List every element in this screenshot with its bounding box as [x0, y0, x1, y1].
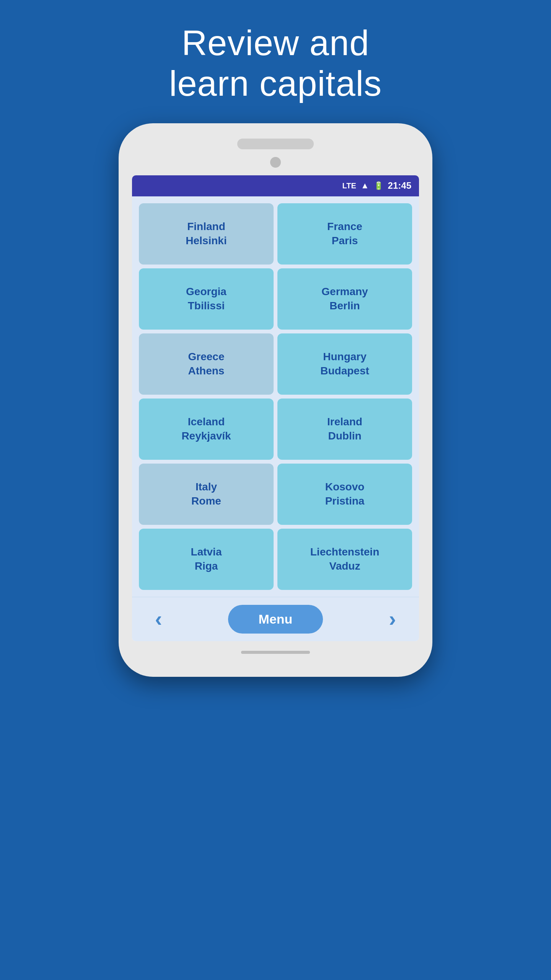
phone-camera	[270, 157, 281, 168]
cards-grid: FinlandHelsinkiFranceParisGeorgiaTbiliss…	[132, 196, 419, 597]
card-item[interactable]: KosovoPristina	[277, 464, 412, 525]
card-capital: Riga	[195, 559, 218, 573]
card-item[interactable]: LiechtensteinVaduz	[277, 529, 412, 590]
card-item[interactable]: FranceParis	[277, 203, 412, 265]
card-country: Germany	[321, 285, 368, 299]
card-capital: Dublin	[328, 429, 361, 443]
card-country: Iceland	[188, 415, 225, 429]
phone-speaker	[237, 139, 314, 149]
card-country: Ireland	[327, 415, 362, 429]
forward-arrow[interactable]: ›	[389, 608, 396, 630]
card-item[interactable]: LatviaRiga	[139, 529, 274, 590]
card-item[interactable]: ItalyRome	[139, 464, 274, 525]
card-country: Italy	[196, 480, 217, 494]
card-country: Greece	[188, 350, 225, 364]
card-capital: Paris	[332, 234, 358, 248]
card-capital: Pristina	[325, 494, 365, 508]
status-bar: LTE ▲ 🔋 21:45	[132, 175, 419, 196]
card-item[interactable]: IcelandReykjavík	[139, 399, 274, 460]
phone-mockup: LTE ▲ 🔋 21:45 FinlandHelsinkiFranceParis…	[119, 123, 432, 677]
battery-icon: 🔋	[374, 181, 383, 190]
card-capital: Berlin	[329, 299, 360, 313]
phone-bottom-bar	[241, 651, 310, 654]
card-item[interactable]: HungaryBudapest	[277, 333, 412, 395]
card-country: Liechtenstein	[310, 545, 379, 559]
card-country: Latvia	[191, 545, 222, 559]
card-capital: Vaduz	[329, 559, 360, 573]
menu-button[interactable]: Menu	[228, 605, 323, 634]
card-item[interactable]: FinlandHelsinki	[139, 203, 274, 265]
clock: 21:45	[388, 180, 411, 191]
nav-bar: ‹ Menu ›	[132, 597, 419, 641]
card-capital: Tbilissi	[188, 299, 225, 313]
card-capital: Helsinki	[186, 234, 227, 248]
card-country: Hungary	[323, 350, 367, 364]
card-item[interactable]: GermanyBerlin	[277, 268, 412, 330]
card-capital: Athens	[188, 364, 225, 378]
card-item[interactable]: GreeceAthens	[139, 333, 274, 395]
lte-indicator: LTE	[342, 181, 356, 190]
card-country: Georgia	[186, 285, 227, 299]
card-country: Finland	[187, 220, 225, 234]
card-country: Kosovo	[325, 480, 365, 494]
phone-screen: LTE ▲ 🔋 21:45 FinlandHelsinkiFranceParis…	[132, 175, 419, 641]
signal-icon: ▲	[361, 181, 369, 191]
card-capital: Budapest	[320, 364, 369, 378]
card-capital: Rome	[191, 494, 221, 508]
card-item[interactable]: IrelandDublin	[277, 399, 412, 460]
page-title: Review and learn capitals	[169, 23, 382, 104]
back-arrow[interactable]: ‹	[155, 608, 162, 630]
card-item[interactable]: GeorgiaTbilissi	[139, 268, 274, 330]
card-capital: Reykjavík	[181, 429, 231, 443]
card-country: France	[327, 220, 362, 234]
